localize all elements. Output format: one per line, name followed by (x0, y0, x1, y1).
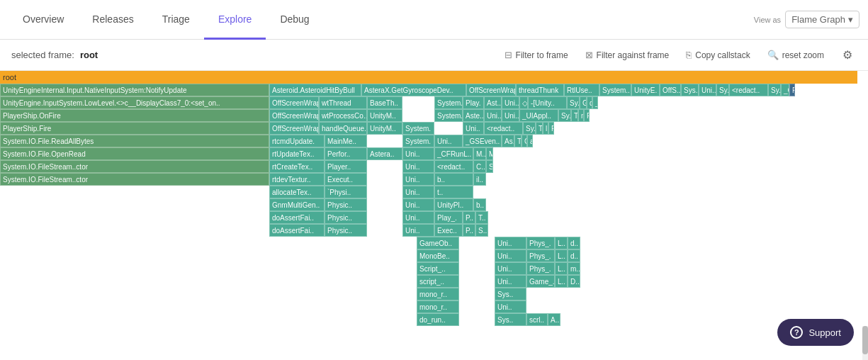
flame-block[interactable]: _ (592, 96, 598, 109)
flame-block[interactable]: Uni.. (402, 186, 434, 198)
flame-block[interactable]: doAssertFai.. (269, 224, 325, 237)
flame-block[interactable]: Sy.. (768, 84, 781, 96)
flame-block[interactable]: L.. (555, 275, 568, 288)
flame-block[interactable]: S.. (475, 224, 488, 237)
flame-block[interactable]: <redact.. (434, 160, 473, 173)
flame-block[interactable]: System. (402, 122, 434, 135)
flame-block[interactable]: scrl.. (526, 313, 548, 326)
flame-block[interactable]: P (789, 84, 795, 96)
flame-block[interactable]: rtcmdUpdate. (269, 135, 325, 147)
flame-block[interactable]: L.. (555, 262, 568, 275)
flame-block[interactable]: System. (434, 109, 463, 122)
flame-block[interactable]: Uni.. (495, 237, 526, 249)
flame-block[interactable]: MainMe.. (325, 135, 367, 147)
flame-block[interactable]: Script_.. (417, 262, 459, 275)
flame-block[interactable]: d.. (568, 249, 580, 262)
flame-block[interactable]: C.. (473, 160, 486, 173)
flame-block[interactable]: wtThread (319, 96, 367, 109)
support-button[interactable]: ? Support (777, 319, 854, 346)
flame-block[interactable]: Sys.. (495, 313, 526, 326)
flame-block[interactable]: MonoBe.. (417, 249, 459, 262)
flame-block[interactable]: UnityEngineInternal.Input.NativeInputSys… (0, 84, 269, 96)
flame-block[interactable]: Uni.. (502, 96, 519, 109)
flame-block[interactable]: M.. (473, 147, 486, 160)
flame-block[interactable]: D.. (568, 275, 580, 288)
flame-block[interactable]: q (587, 96, 592, 109)
flame-block[interactable]: rtCreateTex.. (269, 160, 325, 173)
flame-block[interactable]: Uni.. (495, 275, 526, 288)
flame-block[interactable]: PlayerShip.OnFire (0, 109, 269, 122)
flame-block[interactable]: mono_r.. (417, 288, 459, 300)
flame-block[interactable]: Ph (584, 109, 590, 122)
flame-block[interactable]: Uni.. (495, 249, 526, 262)
filter-against-frame-button[interactable]: ⊠ Filter against frame (582, 48, 672, 62)
flame-block[interactable]: `Physi.. (325, 186, 367, 198)
flame-block[interactable]: d.. (568, 237, 580, 249)
flame-block[interactable]: L.. (555, 249, 568, 262)
flame-block[interactable]: wtProcessCo.. (319, 109, 367, 122)
settings-button[interactable]: ⚙ (838, 47, 857, 63)
flame-block[interactable]: script_.. (417, 275, 459, 288)
flame-block[interactable]: System.IO.File.OpenRead (0, 147, 269, 160)
flame-block[interactable]: l (543, 122, 548, 135)
tab-releases[interactable]: Releases (78, 1, 147, 40)
flame-block[interactable]: _GSEven.. (463, 135, 502, 147)
flame-block[interactable]: Player.. (325, 160, 367, 173)
flame-block[interactable]: Uni.. (495, 300, 526, 313)
flame-block[interactable]: -[Unity.. (528, 96, 567, 109)
flame-block[interactable]: Uni.. (402, 160, 434, 173)
flame-block[interactable]: T.. (514, 135, 522, 147)
flame-block[interactable]: UnityE. (631, 84, 660, 96)
flame-block[interactable]: Uni.. (699, 84, 716, 96)
flame-block[interactable]: OffScreenWrap.. (466, 84, 516, 96)
flame-block[interactable]: System.. (599, 84, 631, 96)
flame-block[interactable]: Phys_. (526, 249, 555, 262)
flame-block[interactable]: mono_r.. (417, 300, 459, 313)
flame-block[interactable]: t.. (434, 186, 473, 198)
copy-callstack-button[interactable]: ⎘ Copy callstack (683, 48, 753, 62)
flame-block[interactable]: Asteroid.AsteroidHitByBull (269, 84, 361, 96)
flame-block[interactable]: handleQueue.. (319, 122, 367, 135)
flame-block[interactable]: System. (402, 135, 434, 147)
flame-block[interactable]: Phys_. (526, 262, 555, 275)
flame-block[interactable]: L.. (555, 237, 568, 249)
flame-block[interactable]: T.. (475, 211, 488, 224)
flame-block[interactable]: Sy.. (716, 84, 729, 96)
flame-block[interactable]: Physic.. (325, 198, 367, 211)
flame-block[interactable]: Uni.. (434, 135, 463, 147)
flame-block[interactable]: P.. (463, 224, 475, 237)
flame-block[interactable]: doAssertFai.. (269, 211, 325, 224)
flame-block[interactable]: GnmMultiGen.. (269, 198, 325, 211)
flame-block[interactable]: Uni.. (495, 262, 526, 275)
flame-block[interactable]: Perfor.. (325, 147, 367, 160)
flame-block[interactable]: a (527, 135, 533, 147)
flame-block[interactable]: P.. (463, 211, 475, 224)
reset-zoom-button[interactable]: 🔍 reset zoom (765, 48, 827, 62)
flame-block[interactable]: Exec.. (434, 224, 463, 237)
filter-to-frame-button[interactable]: ⊟ Filter to frame (502, 48, 571, 62)
flame-block[interactable]: Uni.. (402, 173, 434, 186)
flame-block[interactable]: Uni.. (502, 109, 519, 122)
flame-block[interactable]: RtlUse.. (564, 84, 599, 96)
flame-block[interactable]: Sy.. (558, 109, 571, 122)
flame-block[interactable]: Mo (486, 147, 493, 160)
flame-block[interactable]: il.. (473, 173, 486, 186)
flame-block[interactable]: BaseTh.. (367, 96, 402, 109)
flame-block[interactable]: UnityM.. (367, 109, 402, 122)
flame-block[interactable]: OffScreenWrap.. (269, 122, 319, 135)
tab-overview[interactable]: Overview (9, 1, 78, 40)
flame-block[interactable]: rtdevTextur.. (269, 173, 325, 186)
flame-block[interactable]: Uni.. (402, 198, 434, 211)
flame-block[interactable]: OffS.. (660, 84, 681, 96)
flame-block[interactable]: Sy.. (523, 122, 536, 135)
flame-block[interactable]: ◇ (519, 96, 528, 109)
flame-block[interactable]: G (522, 135, 527, 147)
flame-block[interactable]: Sc (486, 160, 493, 173)
flame-block[interactable]: Physic.. (325, 211, 367, 224)
flame-block[interactable]: Play_. (434, 211, 463, 224)
flame-block[interactable]: A.. (548, 313, 560, 326)
flame-block[interactable]: GameOb.. (417, 237, 459, 249)
flame-block[interactable]: OffScreenWrap.. (269, 109, 319, 122)
flame-block[interactable]: UnityPl.. (434, 198, 473, 211)
flame-block[interactable]: b.. (434, 173, 473, 186)
